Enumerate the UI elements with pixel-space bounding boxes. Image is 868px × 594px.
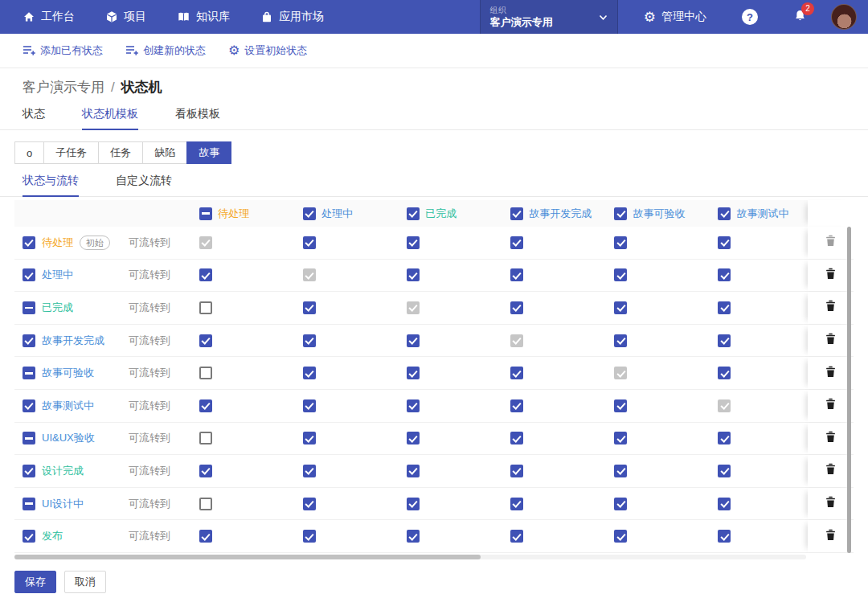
help-button[interactable]: ? <box>742 9 758 25</box>
delete-button[interactable] <box>825 398 836 413</box>
transition-checkbox[interactable] <box>407 268 420 281</box>
transition-checkbox[interactable] <box>407 399 420 412</box>
toolbar-action-设置初始状态[interactable]: ⚙设置初始状态 <box>228 43 307 58</box>
transition-checkbox[interactable] <box>614 301 627 314</box>
transition-checkbox[interactable] <box>407 367 420 379</box>
nav-item-应用市场[interactable]: 应用市场 <box>260 10 324 24</box>
transition-checkbox[interactable] <box>199 367 212 379</box>
save-button[interactable]: 保存 <box>14 571 56 593</box>
admin-center-button[interactable]: ⚙ 管理中心 <box>644 10 706 24</box>
row-checkbox[interactable] <box>23 236 35 249</box>
delete-button[interactable] <box>825 431 836 446</box>
user-avatar[interactable] <box>831 4 857 30</box>
transition-checkbox[interactable] <box>510 236 523 249</box>
transition-checkbox[interactable] <box>407 498 420 510</box>
transition-checkbox[interactable] <box>718 268 731 281</box>
row-checkbox[interactable] <box>23 268 35 281</box>
transition-checkbox[interactable] <box>199 530 212 543</box>
nav-item-项目[interactable]: 项目 <box>105 10 146 24</box>
transition-checkbox[interactable] <box>303 367 316 379</box>
transition-checkbox[interactable] <box>407 465 420 477</box>
transition-checkbox[interactable] <box>614 530 627 543</box>
column-checkbox[interactable] <box>510 207 523 220</box>
segment-子任务[interactable]: 子任务 <box>43 141 99 164</box>
row-checkbox[interactable] <box>23 399 35 412</box>
segment-o[interactable]: o <box>14 141 44 164</box>
column-checkbox[interactable] <box>407 207 420 220</box>
segment-故事[interactable]: 故事 <box>186 141 231 164</box>
nav-item-工作台[interactable]: 工作台 <box>23 10 75 24</box>
toolbar-action-添加已有状态[interactable]: 添加已有状态 <box>23 43 103 59</box>
delete-button[interactable] <box>825 268 836 283</box>
transition-checkbox[interactable] <box>510 498 523 510</box>
transition-checkbox[interactable] <box>510 399 523 412</box>
column-checkbox[interactable] <box>199 207 212 220</box>
transition-checkbox[interactable] <box>303 498 316 510</box>
transition-checkbox[interactable] <box>614 334 627 347</box>
transition-checkbox[interactable] <box>718 465 731 477</box>
column-checkbox[interactable] <box>303 207 316 220</box>
transition-checkbox[interactable] <box>718 301 731 314</box>
transition-checkbox[interactable] <box>407 334 420 347</box>
nav-item-知识库[interactable]: 知识库 <box>177 10 230 24</box>
transition-checkbox[interactable] <box>718 367 731 379</box>
transition-checkbox[interactable] <box>718 334 731 347</box>
transition-checkbox[interactable] <box>614 465 627 477</box>
transition-checkbox[interactable] <box>303 465 316 477</box>
tab-状态机模板[interactable]: 状态机模板 <box>82 107 138 130</box>
tab-看板模板[interactable]: 看板模板 <box>175 107 220 129</box>
breadcrumb-parent[interactable]: 客户演示专用 <box>23 80 104 95</box>
notifications-button[interactable]: 2 <box>793 9 807 26</box>
row-checkbox[interactable] <box>23 301 35 314</box>
transition-checkbox[interactable] <box>303 236 316 249</box>
org-selector[interactable]: 组织 客户演示专用 <box>480 0 618 34</box>
delete-button[interactable] <box>825 366 836 381</box>
transition-checkbox[interactable] <box>199 399 212 412</box>
transition-checkbox[interactable] <box>303 399 316 412</box>
transition-checkbox[interactable] <box>510 301 523 314</box>
transition-checkbox[interactable] <box>614 236 627 249</box>
transition-checkbox[interactable] <box>199 465 212 477</box>
segment-缺陷[interactable]: 缺陷 <box>142 141 187 164</box>
subtab-状态与流转[interactable]: 状态与流转 <box>23 174 79 197</box>
row-checkbox[interactable] <box>23 530 35 543</box>
delete-button[interactable] <box>825 333 836 348</box>
transition-checkbox[interactable] <box>303 301 316 314</box>
delete-button[interactable] <box>825 529 836 544</box>
transition-checkbox[interactable] <box>510 432 523 444</box>
transition-checkbox[interactable] <box>718 432 731 444</box>
transition-checkbox[interactable] <box>614 268 627 281</box>
vertical-scrollbar[interactable] <box>847 227 851 553</box>
transition-checkbox[interactable] <box>199 301 212 314</box>
segment-任务[interactable]: 任务 <box>98 141 143 164</box>
transition-checkbox[interactable] <box>303 530 316 543</box>
row-checkbox[interactable] <box>23 432 35 444</box>
transition-checkbox[interactable] <box>718 498 731 510</box>
transition-checkbox[interactable] <box>407 530 420 543</box>
transition-checkbox[interactable] <box>303 432 316 444</box>
transition-checkbox[interactable] <box>614 432 627 444</box>
row-checkbox[interactable] <box>23 334 35 347</box>
delete-button[interactable] <box>825 496 836 511</box>
transition-checkbox[interactable] <box>199 432 212 444</box>
toolbar-action-创建新的状态[interactable]: 创建新的状态 <box>125 43 206 59</box>
tab-状态[interactable]: 状态 <box>23 107 45 129</box>
column-checkbox[interactable] <box>718 207 731 220</box>
transition-checkbox[interactable] <box>510 530 523 543</box>
transition-checkbox[interactable] <box>303 334 316 347</box>
subtab-自定义流转[interactable]: 自定义流转 <box>116 174 172 196</box>
row-checkbox[interactable] <box>23 367 35 379</box>
transition-checkbox[interactable] <box>199 498 212 510</box>
delete-button[interactable] <box>825 300 836 315</box>
row-checkbox[interactable] <box>23 498 35 510</box>
transition-checkbox[interactable] <box>718 236 731 249</box>
transition-checkbox[interactable] <box>199 268 212 281</box>
transition-checkbox[interactable] <box>510 268 523 281</box>
column-checkbox[interactable] <box>614 207 627 220</box>
delete-button[interactable] <box>825 463 836 478</box>
transition-checkbox[interactable] <box>614 498 627 510</box>
transition-checkbox[interactable] <box>407 432 420 444</box>
row-checkbox[interactable] <box>23 465 35 477</box>
transition-checkbox[interactable] <box>407 236 420 249</box>
transition-checkbox[interactable] <box>718 530 731 543</box>
